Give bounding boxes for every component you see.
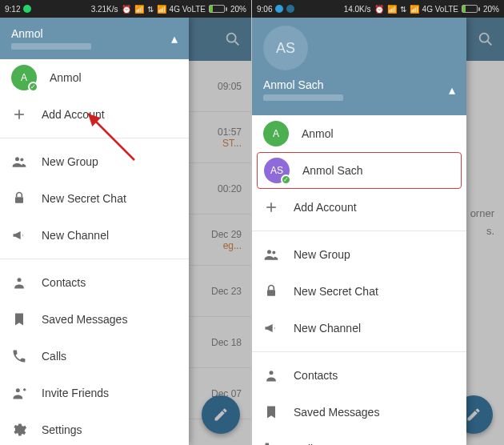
- add-account-item[interactable]: Add Account: [0, 96, 189, 133]
- whatsapp-notification-icon: [23, 5, 31, 13]
- group-icon: [11, 154, 42, 170]
- battery-icon: [209, 5, 227, 13]
- contacts-icon: [263, 367, 294, 383]
- net-speed: 14.0K/s: [344, 5, 371, 14]
- svg-point-5: [18, 278, 22, 282]
- updown-icon: ⇅: [147, 5, 154, 14]
- divider: [0, 138, 189, 138]
- svg-point-6: [16, 388, 20, 392]
- bookmark-icon: [11, 311, 42, 327]
- person-add-icon: [11, 385, 42, 401]
- new-group-item[interactable]: New Group: [0, 143, 189, 180]
- net-type: 4G VoLTE: [422, 5, 458, 14]
- phone-number-redacted: [11, 43, 91, 50]
- lock-icon: [263, 283, 294, 299]
- avatar: A: [263, 121, 289, 146]
- account-name: Anmol: [302, 127, 334, 140]
- lock-icon: [11, 190, 42, 206]
- svg-rect-14: [267, 290, 275, 296]
- check-icon: ✓: [281, 174, 291, 185]
- alarm-icon: ⏰: [122, 5, 131, 14]
- account-item-active[interactable]: AS✓ Anmol Sach: [257, 152, 462, 189]
- group-icon: [263, 247, 294, 263]
- svg-point-12: [267, 250, 271, 254]
- new-secret-chat-item[interactable]: New Secret Chat: [252, 273, 466, 310]
- divider: [252, 231, 466, 231]
- calls-item[interactable]: Calls: [252, 431, 466, 445]
- battery-pct: 20%: [483, 5, 499, 14]
- svg-point-3: [20, 158, 23, 162]
- net-speed: 3.21K/s: [91, 5, 118, 14]
- megaphone-icon: [11, 227, 42, 243]
- new-channel-item[interactable]: New Channel: [252, 310, 466, 347]
- drawer-header[interactable]: AS Anmol Sach ▴: [252, 18, 466, 115]
- signal-icon: 📶: [134, 5, 144, 14]
- megaphone-icon: [263, 320, 294, 336]
- collapse-icon[interactable]: ▴: [449, 82, 455, 98]
- collapse-icon[interactable]: ▴: [171, 31, 178, 46]
- add-account-item[interactable]: Add Account: [252, 189, 466, 226]
- contacts-item[interactable]: Contacts: [0, 264, 189, 301]
- net-type: 4G VoLTE: [170, 5, 206, 14]
- updown-icon: ⇅: [400, 5, 406, 14]
- signal-icon-2: 📶: [410, 5, 419, 14]
- avatar: AS✓: [264, 158, 290, 183]
- contacts-icon: [11, 275, 42, 291]
- statusbar: 9:06 14.0K/s ⏰ 📶 ⇅ 📶 4G VoLTE 20%: [252, 0, 504, 18]
- check-icon: ✓: [28, 82, 38, 92]
- signal-icon-2: 📶: [157, 5, 166, 14]
- statusbar: 9:12 3.21K/s ⏰ 📶 ⇅ 📶 4G VoLTE 20%: [0, 0, 251, 18]
- avatar: AS: [263, 26, 308, 70]
- drawer-header[interactable]: Anmol ▴: [0, 18, 189, 59]
- battery-icon: [462, 5, 480, 13]
- notification-icon: [275, 5, 283, 13]
- phone-left: 9:12 3.21K/s ⏰ 📶 ⇅ 📶 4G VoLTE 20%: [0, 0, 252, 445]
- nav-drawer: Anmol ▴ A✓ Anmol Add Account New Group: [0, 18, 189, 445]
- new-secret-chat-item[interactable]: New Secret Chat: [0, 180, 189, 217]
- clock: 9:12: [5, 5, 20, 14]
- contacts-item[interactable]: Contacts: [252, 357, 466, 394]
- new-channel-item[interactable]: New Channel: [0, 217, 189, 254]
- settings-item[interactable]: Settings: [0, 411, 189, 445]
- alarm-icon: ⏰: [374, 5, 384, 14]
- account-name: Anmol Sach: [302, 164, 362, 177]
- svg-point-13: [272, 251, 275, 255]
- divider: [0, 259, 189, 259]
- nav-drawer: AS Anmol Sach ▴ A Anmol AS✓ Anmol Sach: [252, 18, 466, 445]
- phone-icon: [263, 441, 294, 445]
- svg-rect-4: [15, 197, 23, 203]
- bookmark-icon: [263, 404, 294, 420]
- divider: [252, 351, 466, 352]
- calls-item[interactable]: Calls: [0, 338, 189, 375]
- account-name: Anmol: [50, 71, 82, 84]
- phone-right: 9:06 14.0K/s ⏰ 📶 ⇅ 📶 4G VoLTE 20%: [252, 0, 504, 445]
- account-item[interactable]: A Anmol: [252, 115, 466, 152]
- svg-point-15: [270, 371, 274, 375]
- new-group-item[interactable]: New Group: [252, 236, 466, 273]
- svg-point-2: [15, 157, 19, 161]
- plus-icon: [263, 199, 294, 215]
- drawer-user-name: Anmol: [11, 27, 178, 40]
- invite-friends-item[interactable]: Invite Friends: [0, 375, 189, 411]
- signal-icon: 📶: [387, 5, 397, 14]
- phone-number-redacted: [263, 94, 343, 101]
- gear-icon: [11, 422, 42, 438]
- notification-icon: [286, 5, 294, 13]
- phone-icon: [11, 348, 42, 364]
- battery-pct: 20%: [230, 5, 246, 14]
- saved-messages-item[interactable]: Saved Messages: [0, 301, 189, 338]
- plus-icon: [11, 106, 42, 122]
- account-item[interactable]: A✓ Anmol: [0, 59, 189, 96]
- avatar: A✓: [11, 65, 37, 90]
- drawer-user-name: Anmol Sach: [263, 78, 343, 91]
- saved-messages-item[interactable]: Saved Messages: [252, 394, 466, 431]
- clock: 9:06: [257, 5, 272, 14]
